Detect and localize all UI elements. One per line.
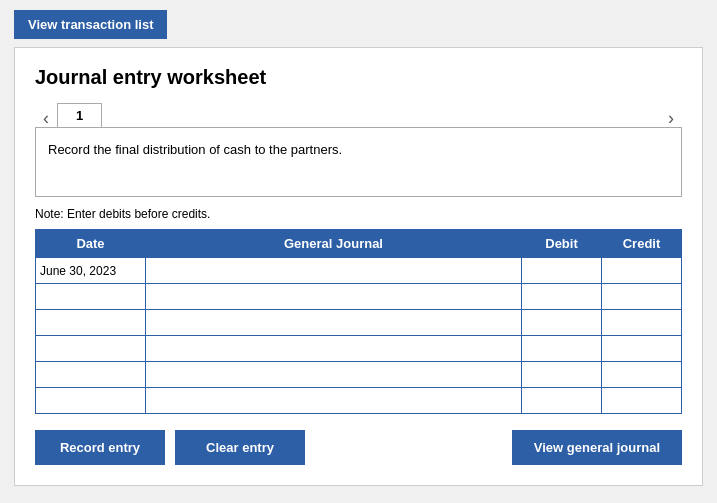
cell-journal[interactable]	[146, 310, 522, 336]
cell-credit[interactable]	[602, 336, 682, 362]
cell-journal[interactable]	[146, 336, 522, 362]
view-general-journal-button[interactable]: View general journal	[512, 430, 682, 465]
table-row	[36, 310, 682, 336]
col-date: Date	[36, 230, 146, 258]
cell-credit[interactable]	[602, 258, 682, 284]
cell-journal[interactable]	[146, 362, 522, 388]
record-entry-button[interactable]: Record entry	[35, 430, 165, 465]
table-row	[36, 362, 682, 388]
cell-debit[interactable]	[522, 284, 602, 310]
clear-entry-button[interactable]: Clear entry	[175, 430, 305, 465]
cell-date[interactable]	[36, 336, 146, 362]
table-row	[36, 388, 682, 414]
table-row	[36, 284, 682, 310]
cell-debit[interactable]	[522, 362, 602, 388]
cell-debit[interactable]	[522, 388, 602, 414]
cell-date[interactable]: June 30, 2023	[36, 258, 146, 284]
table-row	[36, 336, 682, 362]
note-text: Note: Enter debits before credits.	[35, 207, 682, 221]
table-row: June 30, 2023	[36, 258, 682, 284]
page-title: Journal entry worksheet	[35, 66, 682, 89]
view-transaction-button[interactable]: View transaction list	[14, 10, 167, 39]
cell-credit[interactable]	[602, 310, 682, 336]
description-box: Record the final distribution of cash to…	[35, 127, 682, 197]
cell-date[interactable]	[36, 362, 146, 388]
col-journal: General Journal	[146, 230, 522, 258]
cell-date[interactable]	[36, 388, 146, 414]
cell-journal[interactable]	[146, 284, 522, 310]
note-body: Enter debits before credits.	[64, 207, 211, 221]
prev-tab-button[interactable]: ‹	[35, 109, 57, 127]
cell-credit[interactable]	[602, 284, 682, 310]
journal-table: Date General Journal Debit Credit June 3…	[35, 229, 682, 414]
col-credit: Credit	[602, 230, 682, 258]
cell-credit[interactable]	[602, 362, 682, 388]
cell-journal[interactable]	[146, 388, 522, 414]
cell-credit[interactable]	[602, 388, 682, 414]
next-tab-button[interactable]: ›	[660, 109, 682, 127]
cell-date[interactable]	[36, 310, 146, 336]
note-prefix: Note:	[35, 207, 64, 221]
tab-1[interactable]: 1	[57, 103, 102, 127]
cell-debit[interactable]	[522, 310, 602, 336]
cell-date[interactable]	[36, 284, 146, 310]
cell-debit[interactable]	[522, 258, 602, 284]
col-debit: Debit	[522, 230, 602, 258]
cell-journal[interactable]	[146, 258, 522, 284]
cell-debit[interactable]	[522, 336, 602, 362]
